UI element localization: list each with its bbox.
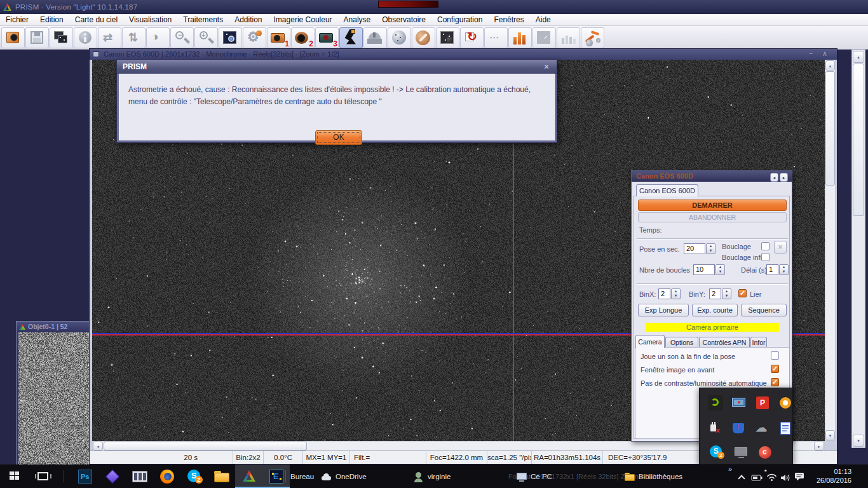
scroll-right-icon[interactable]: ▸ [814, 442, 824, 451]
firefox-taskbar-button[interactable] [153, 464, 180, 488]
camera-main-tab[interactable]: Canon EOS 600D [636, 184, 698, 196]
speaker-icon[interactable] [780, 473, 791, 484]
contrast-button[interactable]: ◑ [146, 27, 170, 48]
joue-un-son-a-la-fin-de-la-pose-checkbox[interactable] [771, 351, 779, 360]
orange-ring-tray-icon[interactable] [777, 395, 795, 412]
gear-button[interactable]: ⚙ [243, 27, 266, 48]
camera-panel-titlebar[interactable]: Canon EOS 600D [632, 171, 792, 182]
camera-tab-camera[interactable]: Camera [635, 335, 665, 348]
menu-fenetres[interactable]: Fenêtres [488, 14, 529, 25]
rotate-button[interactable]: ↻ [460, 27, 484, 48]
objet-window-titlebar[interactable]: Objet0-1 | 52 [17, 322, 93, 332]
cloud-tray-icon[interactable]: ☁ [754, 420, 772, 438]
alert-shield-tray-icon[interactable]: ! [731, 420, 749, 438]
camera-2-button[interactable]: 2 [291, 27, 315, 48]
taskbar-toolbar-ce-pc[interactable]: Ce PC [516, 464, 552, 488]
binx-input[interactable]: 2 [658, 288, 670, 299]
photoshop-taskbar-button[interactable]: Ps [71, 464, 98, 488]
tabs-scroll-right-icon[interactable]: ▸ [780, 173, 788, 182]
prism-p-tray-icon[interactable]: P [754, 395, 772, 412]
taskbar-clock[interactable]: 01:13 26/08/2016 [808, 467, 851, 485]
save-button[interactable] [25, 27, 49, 48]
zoom-in-button[interactable]: + [194, 27, 218, 48]
demarrer-button[interactable]: DEMARRER [638, 200, 787, 211]
menu-observatoire[interactable]: Observatoire [376, 14, 431, 25]
workspace-scroll-down-icon[interactable]: ▾ [853, 435, 864, 447]
menu-traitements[interactable]: Traitements [177, 14, 229, 25]
menu-analyse[interactable]: Analyse [338, 14, 377, 25]
diagram-taskbar-button[interactable]: E [262, 464, 290, 488]
vertical-scroll-thumb[interactable] [825, 71, 835, 186]
menu-imagerie-couleur[interactable]: Imagerie Couleur [268, 14, 338, 25]
nvidia-tray-icon[interactable] [707, 395, 725, 412]
zoom-out-button[interactable]: − [170, 27, 194, 48]
menu-configuration[interactable]: Configuration [431, 14, 488, 25]
scroll-left-icon[interactable]: ◂ [93, 442, 103, 451]
exp-courte-button[interactable]: Exp. courte [692, 304, 738, 316]
taskbar-toolbar-bureau[interactable]: Bureau [290, 464, 314, 488]
tray-expand-chevron-icon[interactable] [738, 475, 745, 482]
minimize-button[interactable]: − [805, 50, 817, 58]
histogram-orange-button[interactable] [508, 27, 532, 48]
fenetre-image-en-avant-checkbox[interactable] [771, 365, 779, 373]
delai-input[interactable]: 1 [766, 264, 778, 275]
observatory-dome-button[interactable] [363, 27, 387, 48]
display-tray-icon[interactable] [731, 395, 749, 412]
skype-tray-icon[interactable]: S2 [709, 444, 726, 462]
blank-frame-button[interactable] [532, 27, 556, 48]
pose-input[interactable]: 20 [684, 243, 705, 254]
blue-document-tray-icon[interactable] [777, 420, 795, 438]
horizontal-scroll-thumb[interactable] [104, 442, 307, 451]
camera-1-button[interactable]: 1 [267, 27, 290, 48]
planet-sphere-button[interactable] [388, 27, 411, 48]
notifications-icon[interactable] [794, 472, 805, 484]
preview-image-button[interactable] [219, 27, 242, 48]
sequence-button[interactable]: Sequence [741, 304, 787, 316]
workspace-scroll-thumb[interactable] [853, 64, 864, 216]
scroll-up-icon[interactable]: ▴ [825, 60, 835, 71]
lier-checkbox[interactable] [738, 289, 747, 297]
menu-addition[interactable]: Addition [229, 14, 268, 25]
bouclage-infini-checkbox[interactable] [761, 253, 770, 261]
taskbar-toolbar-bibliotheques[interactable]: Bibliothèques [624, 464, 682, 488]
explorer-taskbar-button[interactable] [208, 464, 235, 488]
toolbar-overflow-icon[interactable]: » [728, 465, 732, 473]
prism-taskbar-button[interactable] [235, 464, 262, 488]
nbre-boucles-spinner[interactable]: ▴▾ [715, 264, 725, 275]
menu-visualisation[interactable]: Visualisation [123, 14, 177, 25]
dots-button[interactable]: ⋯ [484, 27, 508, 48]
objet-image[interactable] [18, 332, 92, 487]
menu-aide[interactable]: Aide [530, 14, 557, 25]
pan-arrows-button[interactable]: ⇄ [98, 27, 121, 48]
monitor-tray-icon[interactable] [733, 444, 750, 462]
binx-spinner[interactable]: ▴▾ [671, 288, 681, 299]
workspace-scrollbar[interactable]: ▴ ▾ [851, 50, 865, 448]
video-editor-taskbar-button[interactable] [126, 464, 153, 488]
dialog-close-icon[interactable]: × [541, 62, 552, 72]
copy-image-button[interactable] [50, 27, 73, 48]
start-button[interactable] [0, 464, 29, 488]
menu-fichier[interactable]: Fichier [0, 14, 34, 25]
scroll-down-icon[interactable]: ▾ [825, 430, 835, 440]
cancel-exposure-button[interactable]: × [774, 241, 787, 254]
open-image-button[interactable] [1, 27, 25, 48]
nbre-boucles-input[interactable]: 10 [693, 264, 715, 275]
task-view-button[interactable] [29, 464, 57, 488]
image-vertical-scrollbar[interactable]: ▴ ▾ [825, 60, 836, 441]
image-window-titlebar[interactable]: Canon EOS 600D | 2601x1732 - Monochrome … [90, 49, 837, 60]
histogram-gray-button[interactable] [557, 27, 580, 48]
flip-vertical-button[interactable]: ⇅ [122, 27, 146, 48]
delai-spinner[interactable]: ▴▾ [779, 264, 789, 275]
objet-window[interactable]: Objet0-1 | 52 [16, 321, 93, 488]
skype-taskbar-button[interactable]: S2 [180, 464, 208, 488]
battery-icon[interactable] [751, 473, 763, 484]
cube-taskbar-button[interactable] [98, 464, 126, 488]
tabs-scroll-left-icon[interactable]: ◂ [770, 173, 778, 182]
workspace-scroll-up-icon[interactable]: ▴ [853, 51, 864, 63]
image-dark-button[interactable] [436, 27, 459, 48]
taskbar-toolbar-onedrive[interactable]: OneDrive [321, 464, 367, 488]
ok-button[interactable]: OK [315, 130, 362, 145]
pose-spinner[interactable]: ▴▾ [706, 243, 715, 254]
automation-arm-button[interactable] [581, 27, 604, 48]
menu-edition[interactable]: Edition [34, 14, 69, 25]
